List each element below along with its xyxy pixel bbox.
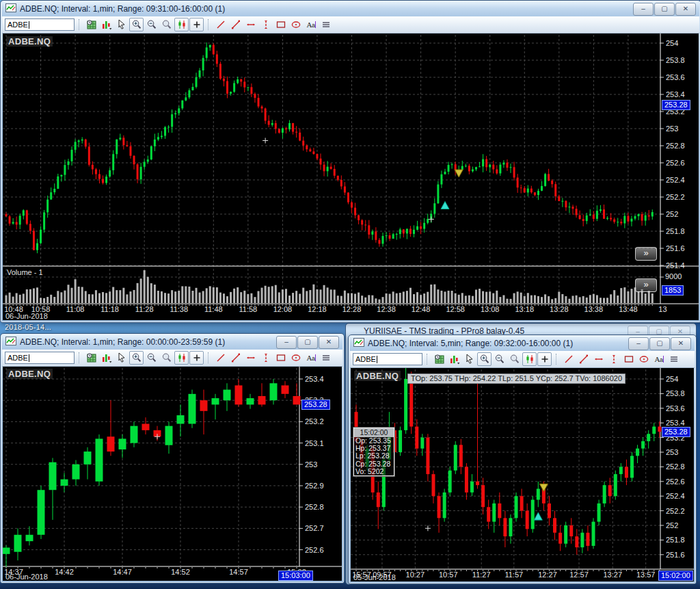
menu-lines-icon[interactable]	[319, 18, 333, 31]
svg-text:13:18: 13:18	[515, 305, 534, 313]
minimize-button[interactable]: –	[633, 3, 654, 16]
scroll-right-button[interactable]: »	[635, 247, 657, 261]
chart-settings-icon[interactable]	[432, 352, 446, 366]
cursor-icon[interactable]	[462, 352, 476, 366]
symbol-input[interactable]: ADBE	[5, 18, 75, 31]
zoom-icon[interactable]	[159, 18, 174, 31]
ellipse-icon[interactable]	[636, 352, 651, 366]
maximize-button[interactable]: ▢	[297, 336, 318, 349]
bar-style-icon[interactable]	[99, 18, 113, 31]
bar-style-icon[interactable]	[447, 352, 461, 366]
ray-line-icon[interactable]	[228, 351, 243, 365]
titlebar[interactable]: ADBE.NQ; Interval: 1,min; Range: 09:31:0…	[2, 1, 699, 16]
bar-style-icon[interactable]	[99, 351, 113, 365]
candlestick-style-icon[interactable]	[522, 352, 537, 366]
svg-text:11:28: 11:28	[135, 305, 154, 313]
trend-line-icon[interactable]	[213, 351, 228, 365]
close-button[interactable]: ✕	[675, 3, 696, 16]
chart-settings-icon[interactable]	[84, 18, 98, 31]
text-tool-icon[interactable]: Aa	[304, 351, 318, 365]
chart-area-5min[interactable]: 254253.8253.6253.4253.2253252.8252.6252.…	[351, 368, 694, 581]
scroll-right-button-volume[interactable]: »	[635, 278, 657, 292]
zoom-in-icon[interactable]	[129, 351, 144, 365]
databox-low: Lp: 253.28	[354, 452, 394, 460]
candlestick-style-icon[interactable]	[174, 18, 189, 31]
chart-toolbar: ADBE Aa	[2, 350, 342, 367]
window-title: ADBE.NQ; Interval: 1,min; Range: 00:00:0…	[20, 337, 225, 347]
menu-lines-icon[interactable]	[319, 351, 333, 365]
candlestick-chart[interactable]: 254253.8253.6253.4253.2253252.8252.6252.…	[3, 34, 699, 320]
menu-lines-icon[interactable]	[667, 352, 681, 366]
svg-text:12:28: 12:28	[342, 305, 362, 313]
svg-text:252.8: 252.8	[666, 142, 685, 150]
rectangle-icon[interactable]	[621, 352, 636, 366]
icon-group-draw: Aa	[561, 352, 681, 366]
zoom-in-icon[interactable]	[129, 18, 144, 31]
ellipse-icon[interactable]	[288, 351, 303, 365]
minimize-button[interactable]: –	[628, 337, 649, 350]
svg-text:12:48: 12:48	[412, 305, 431, 313]
last-time-label: 15:02:00	[658, 571, 693, 581]
svg-text:13:48: 13:48	[619, 305, 638, 313]
maximize-button[interactable]: ▢	[654, 3, 675, 16]
vertical-line-icon[interactable]	[258, 18, 273, 31]
svg-text:14:47: 14:47	[113, 568, 132, 576]
add-icon[interactable]	[189, 351, 204, 365]
text-tool-icon[interactable]: Aa	[651, 352, 666, 366]
chart-settings-icon[interactable]	[84, 351, 98, 365]
cursor-icon[interactable]	[114, 351, 129, 365]
trend-line-icon[interactable]	[561, 352, 576, 366]
ray-line-icon[interactable]	[228, 18, 243, 31]
chart-toolbar: ADBE Aa	[2, 16, 699, 34]
titlebar[interactable]: ADBE.NQ; Interval: 1,min; Range: 00:00:0…	[2, 335, 342, 350]
titlebar[interactable]: ADBE.NQ; Interval: 5,min; Range: 09:32:0…	[350, 336, 695, 351]
ellipse-icon[interactable]	[288, 18, 303, 31]
window-title: ADBE.NQ; Interval: 1,min; Range: 09:31:0…	[20, 4, 225, 14]
add-icon[interactable]	[537, 352, 552, 366]
add-icon[interactable]	[189, 18, 204, 31]
horizontal-line-icon[interactable]	[243, 18, 258, 31]
zoom-in-icon[interactable]	[477, 352, 492, 366]
candlestick-chart[interactable]: 254253.8253.6253.4253.2253252.8252.6252.…	[351, 368, 694, 581]
candlestick-chart[interactable]: 253.4253.3253.2253.1253252.9252.8252.725…	[3, 367, 342, 581]
maximize-button[interactable]: ▢	[649, 337, 670, 350]
svg-text:11:57: 11:57	[504, 571, 523, 579]
horizontal-line-icon[interactable]	[591, 352, 606, 366]
close-button[interactable]: ✕	[319, 336, 339, 349]
trend-line-icon[interactable]	[213, 18, 228, 31]
symbol-watermark: ADBE.NQ	[6, 36, 53, 47]
zoom-out-icon[interactable]	[144, 18, 159, 31]
zoom-out-icon[interactable]	[144, 351, 159, 365]
toolbar-separator	[556, 354, 557, 365]
cursor-icon[interactable]	[114, 18, 129, 31]
zoom-icon[interactable]	[159, 351, 174, 365]
chart-area-afternoon[interactable]: 253.4253.3253.2253.1253252.9252.8252.725…	[3, 367, 342, 581]
svg-text:251.8: 251.8	[666, 227, 685, 235]
last-price-label: 253.28	[301, 400, 330, 410]
minimize-button[interactable]: –	[276, 336, 297, 349]
rectangle-icon[interactable]	[273, 351, 288, 365]
zoom-out-icon[interactable]	[492, 352, 507, 366]
symbol-input[interactable]: ADBE	[5, 352, 75, 364]
desktop-item-label[interactable]: 2018-05-14...	[5, 323, 51, 331]
chart-area-main[interactable]: 254253.8253.6253.4253.2253252.8252.6252.…	[3, 34, 699, 320]
svg-text:253.8: 253.8	[666, 389, 685, 397]
last-price-label: 253.28	[662, 427, 690, 437]
horizontal-line-icon[interactable]	[243, 351, 258, 365]
desktop: 2018-05-14... YURIISAE - TMS trading - P…	[0, 0, 700, 589]
symbol-input[interactable]: ADBE	[353, 353, 422, 365]
vertical-line-icon[interactable]	[606, 352, 621, 366]
svg-text:252.6: 252.6	[666, 477, 685, 486]
close-button[interactable]: ✕	[671, 337, 691, 350]
svg-text:11:38: 11:38	[170, 305, 188, 313]
app-icon	[5, 3, 16, 15]
candlestick-style-icon[interactable]	[174, 351, 189, 365]
rectangle-icon[interactable]	[273, 18, 288, 31]
zoom-icon[interactable]	[507, 352, 522, 366]
text-tool-icon[interactable]: Aa	[304, 18, 318, 31]
chart-window-5min: ADBE.NQ; Interval: 5,min; Range: 09:32:0…	[348, 335, 697, 584]
ray-line-icon[interactable]	[576, 352, 591, 366]
svg-text:a: a	[312, 355, 315, 362]
vertical-line-icon[interactable]	[258, 351, 273, 365]
svg-text:252.6: 252.6	[305, 546, 324, 554]
